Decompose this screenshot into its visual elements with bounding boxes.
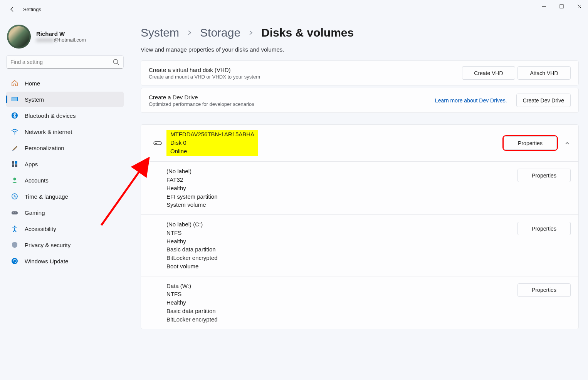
nav-label: System: [25, 96, 44, 103]
arrow-left-icon: [9, 6, 15, 12]
close-icon: [577, 4, 581, 8]
gamepad-icon: [11, 209, 18, 216]
nav-label: Privacy & security: [25, 242, 71, 248]
nav-item-apps[interactable]: Apps: [6, 156, 124, 172]
accessibility-icon: [11, 225, 18, 233]
maximize-icon: [559, 4, 564, 8]
volume-properties-button[interactable]: Properties: [517, 283, 571, 297]
nav-item-gaming[interactable]: Gaming: [6, 205, 124, 220]
breadcrumb-storage[interactable]: Storage: [200, 26, 240, 39]
nav-label: Home: [25, 80, 40, 87]
disk-highlight: MTFDDAV256TBN-1AR15ABHA Disk 0 Online: [166, 130, 258, 156]
shield-icon: [11, 241, 18, 249]
svg-rect-9: [12, 164, 14, 167]
wifi-icon: [11, 128, 18, 136]
svg-point-16: [15, 213, 16, 213]
vhd-card: Create a virtual hard disk (VHD) Create …: [141, 60, 579, 85]
dev-drive-link[interactable]: Learn more about Dev Drives.: [435, 97, 507, 104]
volume-detail: Healthy: [166, 298, 517, 307]
attach-vhd-button[interactable]: Attach VHD: [517, 66, 571, 80]
clock-icon: [11, 193, 18, 200]
nav-label: Bluetooth & devices: [25, 112, 76, 119]
breadcrumb-system[interactable]: System: [141, 26, 179, 39]
maximize-button[interactable]: [553, 0, 570, 12]
svg-point-17: [14, 226, 15, 227]
volume-detail: Healthy: [166, 237, 517, 246]
nav-label: Network & internet: [25, 129, 72, 135]
disk-model: MTFDDAV256TBN-1AR15ABHA: [170, 130, 254, 139]
svg-rect-7: [12, 161, 14, 164]
volume-detail: BitLocker encrypted: [166, 254, 517, 262]
volume-detail: System volume: [166, 201, 517, 209]
chevron-right-icon: [187, 30, 192, 35]
disk-properties-button[interactable]: Properties: [504, 136, 557, 150]
bluetooth-icon: [11, 112, 18, 119]
nav-item-network[interactable]: Network & internet: [6, 124, 124, 139]
avatar: [7, 25, 31, 49]
close-button[interactable]: [570, 0, 588, 12]
back-button[interactable]: [5, 2, 20, 17]
nav-item-accessibility[interactable]: Accessibility: [6, 221, 124, 236]
volume-row[interactable]: (No label) (C:) NTFS Healthy Basic data …: [141, 215, 578, 276]
nav-item-time[interactable]: Time & language: [6, 189, 124, 204]
svg-rect-20: [155, 143, 157, 144]
volume-detail: BitLocker encrypted: [166, 315, 517, 324]
breadcrumb: System Storage Disks & volumes: [141, 26, 579, 39]
nav-label: Windows Update: [25, 258, 68, 264]
dev-drive-card: Create a Dev Drive Optimized performance…: [141, 88, 579, 113]
nav-label: Accessibility: [25, 226, 56, 232]
nav-item-accounts[interactable]: Accounts: [6, 172, 124, 188]
disk-row[interactable]: MTFDDAV256TBN-1AR15ABHA Disk 0 Online Pr…: [141, 125, 578, 162]
collapse-toggle[interactable]: [564, 140, 571, 147]
vhd-title: Create a virtual hard disk (VHD): [149, 67, 260, 73]
nav-label: Gaming: [25, 209, 45, 216]
volume-detail: NTFS: [166, 229, 517, 237]
volume-detail: Healthy: [166, 184, 517, 193]
search-field[interactable]: [6, 55, 124, 69]
svg-rect-14: [12, 211, 18, 214]
volume-detail: Basic data partition: [166, 307, 517, 315]
brush-icon: [11, 144, 18, 152]
profile-block[interactable]: Richard W xxxxxxx@hotmail.com: [4, 22, 126, 55]
nav-list: Home System Bluetooth & devices Network …: [4, 75, 126, 269]
volume-name: (No label): [166, 167, 517, 176]
vhd-sub: Create and mount a VHD or VHDX to your s…: [149, 74, 260, 80]
disk-icon: [153, 141, 162, 146]
nav-label: Time & language: [25, 193, 68, 200]
disk-number: Disk 0: [170, 139, 254, 147]
search-input[interactable]: [10, 59, 110, 65]
create-dev-drive-button[interactable]: Create Dev Drive: [516, 94, 571, 107]
system-icon: [11, 95, 18, 103]
svg-rect-10: [15, 164, 17, 167]
svg-point-11: [13, 178, 16, 181]
home-icon: [11, 79, 18, 87]
user-icon: [11, 176, 18, 184]
apps-icon: [11, 160, 18, 168]
nav-item-privacy[interactable]: Privacy & security: [6, 237, 124, 253]
dev-title: Create a Dev Drive: [149, 94, 254, 100]
page-subtitle: View and manage properties of your disks…: [141, 46, 579, 53]
svg-rect-3: [12, 97, 17, 101]
svg-point-13: [12, 194, 17, 199]
svg-point-5: [14, 134, 15, 135]
nav-item-home[interactable]: Home: [6, 75, 124, 91]
volume-row[interactable]: (No label) FAT32 Healthy EFI system part…: [141, 162, 578, 215]
volume-row[interactable]: Data (W:) NTFS Healthy Basic data partit…: [141, 276, 578, 329]
nav-item-bluetooth[interactable]: Bluetooth & devices: [6, 108, 124, 123]
chevron-right-icon: [248, 30, 254, 35]
nav-item-update[interactable]: Windows Update: [6, 253, 124, 269]
minimize-button[interactable]: [535, 0, 553, 12]
disk-status: Online: [170, 147, 254, 156]
nav-label: Accounts: [25, 177, 49, 184]
volume-properties-button[interactable]: Properties: [517, 169, 571, 182]
dev-sub: Optimized performance for developer scen…: [149, 101, 254, 107]
update-icon: [11, 257, 18, 265]
nav-item-system[interactable]: System: [6, 92, 124, 107]
svg-point-1: [113, 59, 118, 64]
svg-rect-8: [15, 161, 17, 164]
nav-item-personalization[interactable]: Personalization: [6, 140, 124, 156]
sidebar: Richard W xxxxxxx@hotmail.com Home Syste…: [0, 18, 129, 380]
nav-label: Apps: [25, 161, 38, 167]
create-vhd-button[interactable]: Create VHD: [462, 66, 515, 80]
volume-properties-button[interactable]: Properties: [517, 222, 571, 235]
